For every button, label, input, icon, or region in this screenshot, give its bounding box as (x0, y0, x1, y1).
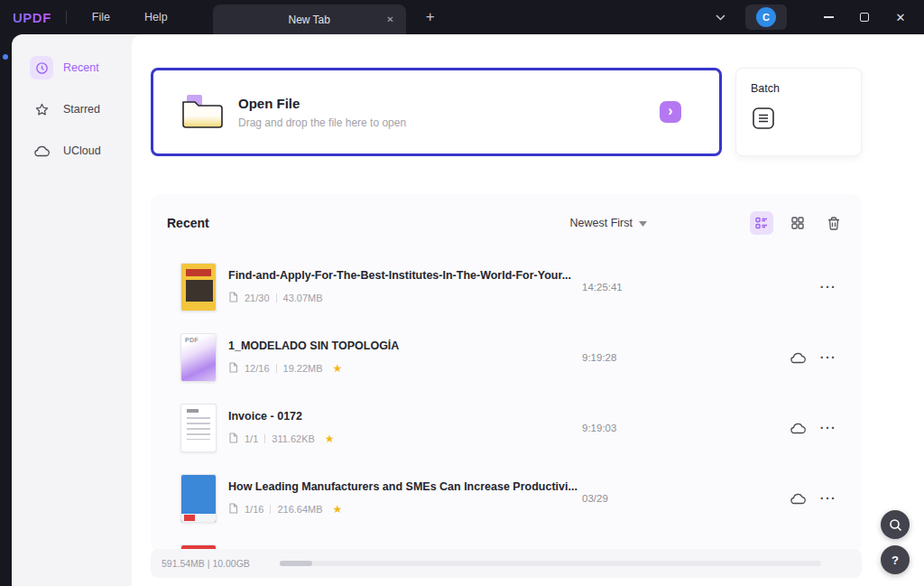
app-logo: UPDF (13, 10, 51, 25)
maximize-button[interactable] (846, 0, 882, 34)
tab-new-tab[interactable]: New Tab ✕ (213, 5, 406, 34)
file-size: 311.62KB (272, 433, 315, 444)
file-meta: 12/16 19.22MB ★ (228, 360, 582, 377)
upload-cloud-button[interactable] (782, 351, 813, 364)
more-options-button[interactable]: ··· (813, 421, 844, 435)
file-time: 9:19:03 (582, 423, 753, 433)
file-row[interactable]: PDF 1_MODELADO SIN TOPOLOGÍA 12/16 19.22… (151, 322, 862, 393)
file-thumbnail (180, 404, 217, 452)
page-count-icon (228, 501, 238, 517)
grid-view-button[interactable] (786, 211, 809, 235)
sidebar-item-label: Starred (63, 103, 100, 116)
top-cards: Open File Drag and drop the file here to… (132, 34, 924, 156)
minimize-icon (824, 16, 834, 18)
more-options-button[interactable]: ··· (813, 491, 844, 506)
sidebar-item-label: Recent (63, 61, 99, 74)
sidebar-item-label: UCloud (63, 144, 101, 157)
search-fab[interactable] (881, 510, 910, 539)
question-icon: ? (892, 553, 899, 567)
thumbnail-pdf-label: PDF (185, 337, 199, 343)
new-tab-button[interactable]: + (420, 8, 441, 26)
list-view-button[interactable] (750, 211, 773, 235)
sidebar-item-recent[interactable]: Recent (12, 47, 132, 88)
batch-icon (752, 107, 775, 130)
meta-divider (276, 364, 277, 373)
help-fab[interactable]: ? (881, 545, 910, 574)
upload-cloud-button[interactable] (782, 492, 813, 505)
file-info: 1_MODELADO SIN TOPOLOGÍA 12/16 19.22MB ★ (228, 340, 582, 377)
close-button[interactable]: ✕ (882, 0, 919, 34)
file-name: Find-and-Apply-For-The-Best-Institutes-I… (228, 269, 582, 282)
file-size: 216.64MB (277, 504, 322, 515)
sort-dropdown[interactable]: Newest First (570, 217, 647, 229)
open-file-texts: Open File Drag and drop the file here to… (238, 96, 406, 129)
file-size: 43.07MB (283, 293, 323, 303)
star-badge[interactable]: ★ (333, 363, 343, 374)
batch-label: Batch (751, 82, 861, 95)
more-options-button[interactable]: ··· (813, 350, 844, 365)
avatar: C (756, 7, 776, 27)
chevron-down-icon[interactable] (716, 14, 725, 21)
more-options-button[interactable]: ··· (813, 280, 844, 294)
page-count-icon (228, 290, 238, 306)
recent-panel: Recent Newest First (151, 194, 862, 553)
titlebar-divider (66, 11, 67, 23)
batch-card[interactable]: Batch (735, 68, 862, 156)
upload-cloud-button[interactable] (782, 422, 813, 434)
main-content: Open File Drag and drop the file here to… (132, 34, 924, 586)
file-meta: 1/1 311.62KB ★ (228, 431, 582, 447)
open-file-dropzone[interactable]: Open File Drag and drop the file here to… (151, 68, 722, 156)
list-view-icon (755, 217, 768, 229)
meta-divider (264, 434, 265, 443)
recent-header: Recent Newest First (151, 194, 862, 252)
storage-progress-fill (280, 561, 312, 566)
star-badge[interactable]: ★ (333, 504, 343, 515)
file-pages: 1/1 (245, 433, 258, 444)
file-info: Find-and-Apply-For-The-Best-Institutes-I… (228, 269, 582, 306)
star-icon (30, 98, 53, 121)
file-meta: 1/16 216.64MB ★ (228, 501, 582, 517)
storage-text: 591.54MB | 10.00GB (162, 558, 250, 569)
menu-file[interactable]: File (81, 5, 121, 29)
tab-close-icon[interactable]: ✕ (386, 15, 393, 24)
caret-down-icon (639, 217, 647, 229)
file-pages: 12/16 (245, 363, 270, 374)
recent-title: Recent (167, 216, 209, 230)
star-badge[interactable]: ★ (325, 433, 335, 444)
folder-icon (181, 95, 223, 129)
cloud-icon (30, 139, 53, 163)
titlebar: UPDF File Help New Tab ✕ + C ✕ (0, 0, 924, 34)
file-thumbnail: PDF (180, 333, 217, 382)
tab-label: New Tab (288, 14, 329, 26)
open-file-chevron-button[interactable]: › (660, 101, 681, 123)
clock-icon (30, 56, 53, 79)
file-time: 03/29 (582, 493, 753, 504)
file-name: How Leading Manufacturers and SMEs Can I… (228, 480, 582, 493)
menu-help[interactable]: Help (134, 5, 179, 29)
active-indicator-dot (3, 54, 8, 60)
sidebar-item-ucloud[interactable]: UCloud (12, 130, 132, 172)
left-rail (0, 34, 12, 586)
open-file-subtitle: Drag and drop the file here to open (238, 116, 406, 129)
minimize-button[interactable] (810, 0, 846, 34)
cloud-icon (790, 351, 806, 364)
file-row[interactable]: Invoice - 0172 1/1 311.62KB ★ 9:19:03 (151, 393, 862, 463)
trash-button[interactable] (822, 211, 845, 235)
file-time: 14:25:41 (582, 282, 753, 293)
content-wrap: Recent Starred UCloud (12, 34, 924, 586)
sort-label: Newest First (570, 217, 633, 229)
sidebar-item-starred[interactable]: Starred (12, 88, 132, 130)
maximize-icon (860, 13, 869, 22)
search-icon (889, 518, 902, 532)
sidebar: Recent Starred UCloud (12, 34, 132, 586)
account-button[interactable]: C (745, 5, 787, 30)
titlebar-right-cluster: C ✕ (716, 0, 919, 34)
file-info: Invoice - 0172 1/1 311.62KB ★ (228, 410, 582, 447)
page-count-icon (228, 431, 238, 447)
file-row[interactable]: Find-and-Apply-For-The-Best-Institutes-I… (151, 252, 862, 322)
page-count-icon (228, 360, 238, 377)
file-name: 1_MODELADO SIN TOPOLOGÍA (228, 340, 582, 352)
file-thumbnail (180, 263, 217, 312)
meta-divider (276, 293, 277, 302)
file-row[interactable]: How Leading Manufacturers and SMEs Can I… (151, 463, 862, 534)
